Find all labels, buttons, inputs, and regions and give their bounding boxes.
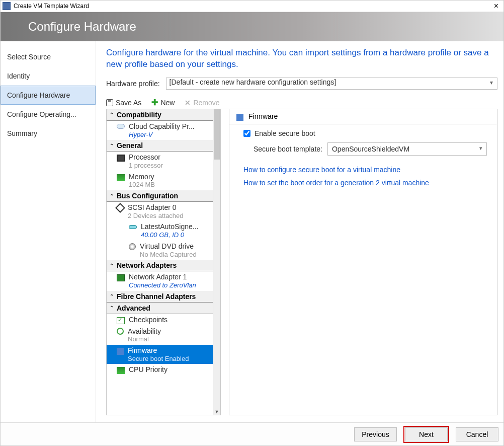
window-title: Create VM Template Wizard (14, 3, 491, 10)
nav-configure-os[interactable]: Configure Operating... (1, 105, 96, 124)
title-bar: Create VM Template Wizard × (1, 1, 503, 12)
chevron-up-icon: ⌃ (110, 143, 114, 148)
tree-group-header[interactable]: ⌃Advanced (107, 303, 213, 314)
tree-item-label: Network Adapter 1 (129, 273, 196, 281)
footer: Previous Next Cancel (1, 422, 503, 445)
main-panel: Configure hardware for the virtual machi… (96, 41, 503, 422)
tree-item-subtext: 40.00 GB, ID 0 (141, 231, 198, 239)
tree-item-subtext: Secure boot Enabled (128, 355, 189, 363)
new-label: New (160, 99, 175, 107)
banner: Configure Hardware (1, 12, 503, 41)
tree-group-header[interactable]: ⌃General (107, 140, 213, 152)
tree-item-label: Cloud Capability Pr... (129, 122, 195, 131)
tree-group-header[interactable]: ⌃Network Adapters (107, 260, 213, 271)
firmware-panel-title: Firmware (229, 109, 497, 124)
tree-item-subtext: 1024 MB (129, 181, 155, 189)
mem-icon (117, 174, 125, 181)
tree-item-subtext: Connected to ZeroVlan (129, 281, 196, 289)
disk-icon (129, 225, 137, 229)
tree-item[interactable]: Memory1024 MB (107, 171, 213, 190)
tree-item[interactable]: CPU Priority (107, 364, 213, 376)
nav-configure-hardware[interactable]: Configure Hardware (1, 86, 96, 105)
firmware-icon (236, 114, 243, 121)
previous-button[interactable]: Previous (354, 427, 397, 441)
tree-item-label: SCSI Adapter 0 (128, 203, 184, 212)
help-boot-order[interactable]: How to set the boot order for a generati… (243, 179, 487, 187)
hardware-profile-row: Hardware profile: [Default - create new … (106, 78, 497, 90)
close-icon[interactable]: × (491, 2, 501, 10)
tree-item-label: Availability (128, 327, 161, 336)
tree-scrollbar[interactable]: ▲ ▼ (213, 109, 220, 415)
tree-group-header[interactable]: ⌃Fibre Channel Adapters (107, 291, 213, 303)
tree-group-label: Network Adapters (117, 261, 177, 269)
next-button[interactable]: Next (405, 427, 448, 441)
hardware-tree[interactable]: ⌃CompatibilityCloud Capability Pr...Hype… (107, 109, 213, 415)
cloud-icon (117, 124, 125, 129)
tree-item-subtext: 2 Devices attached (128, 212, 184, 220)
content-row: ⌃CompatibilityCloud Capability Pr...Hype… (106, 109, 497, 415)
body-area: Select Source Identity Configure Hardwar… (1, 41, 503, 422)
new-button[interactable]: ✚ New (151, 99, 175, 107)
tree-item[interactable]: Network Adapter 1Connected to ZeroVlan (107, 271, 213, 290)
tree-item[interactable]: Processor1 processor (107, 152, 213, 171)
enable-secure-boot-label[interactable]: Enable secure boot (255, 129, 315, 137)
instruction-text: Configure hardware for the virtual machi… (106, 47, 497, 70)
nav-summary[interactable]: Summary (1, 124, 96, 143)
fw-icon (117, 348, 124, 355)
cancel-button[interactable]: Cancel (456, 427, 498, 441)
firmware-title-text: Firmware (248, 112, 278, 120)
firmware-panel-body: Enable secure boot Secure boot template:… (229, 124, 497, 187)
secure-boot-template-dropdown[interactable]: OpenSourceShieldedVM (327, 142, 487, 156)
nav-identity[interactable]: Identity (1, 66, 96, 86)
tree-group-label: Compatibility (117, 111, 161, 119)
check-icon (117, 317, 125, 324)
chevron-up-icon: ⌃ (110, 193, 114, 199)
tree-item-subtext: No Media Captured (140, 251, 197, 259)
chevron-up-icon: ⌃ (110, 112, 114, 117)
enable-secure-boot-checkbox[interactable] (243, 130, 250, 137)
cpu-icon (117, 155, 125, 162)
tree-group-label: General (117, 141, 143, 150)
net-icon (117, 274, 125, 281)
tree-group-label: Bus Configuration (117, 192, 178, 200)
tree-item-subtext: 1 processor (129, 162, 163, 170)
remove-button: ✕ Remove (185, 99, 219, 107)
wizard-window: Create VM Template Wizard × Configure Ha… (0, 0, 504, 446)
tree-item[interactable]: Checkpoints (107, 314, 213, 326)
tree-group-header[interactable]: ⌃Bus Configuration (107, 190, 213, 202)
app-icon (3, 2, 11, 10)
tree-item-label: Virtual DVD drive (140, 242, 197, 251)
tree-item[interactable]: Virtual DVD driveNo Media Captured (107, 241, 213, 260)
tree-item-label: Memory (129, 173, 155, 181)
tree-item[interactable]: SCSI Adapter 02 Devices attached (107, 202, 213, 221)
remove-label: Remove (193, 99, 219, 107)
nav-select-source[interactable]: Select Source (1, 47, 96, 66)
tree-item[interactable]: FirmwareSecure boot Enabled (107, 345, 213, 364)
tree-group-header[interactable]: ⌃Compatibility (107, 109, 213, 121)
tree-item-label: Firmware (128, 346, 189, 355)
tree-item[interactable]: Cloud Capability Pr...Hyper-V (107, 121, 213, 140)
avail-icon (117, 328, 124, 335)
mem-icon (117, 367, 125, 374)
scsi-icon (115, 203, 125, 213)
save-icon (106, 99, 113, 106)
toolbar: Save As ✚ New ✕ Remove (106, 95, 497, 109)
banner-heading: Configure Hardware (28, 20, 136, 34)
tree-group-label: Advanced (117, 304, 150, 312)
chevron-up-icon: ⌃ (110, 263, 114, 268)
scroll-thumb[interactable] (214, 109, 220, 160)
tree-item[interactable]: LatestAutoSigne...40.00 GB, ID 0 (107, 221, 213, 240)
enable-secure-boot-row: Enable secure boot (243, 129, 487, 137)
save-as-button[interactable]: Save As (106, 99, 141, 107)
help-configure-secure-boot[interactable]: How to configure secure boot for a virtu… (243, 166, 487, 174)
secure-boot-template-row: Secure boot template: OpenSourceShielded… (243, 142, 487, 156)
wizard-steps-nav: Select Source Identity Configure Hardwar… (1, 41, 96, 422)
tree-item-label: Processor (129, 153, 163, 162)
hardware-tree-container: ⌃CompatibilityCloud Capability Pr...Hype… (106, 109, 221, 415)
dvd-icon (129, 243, 136, 250)
tree-item[interactable]: AvailabilityNormal (107, 326, 213, 345)
save-as-label: Save As (116, 99, 141, 107)
hardware-profile-dropdown[interactable]: [Default - create new hardware configura… (166, 78, 497, 90)
tree-item-label: CPU Priority (129, 365, 167, 374)
scroll-down-arrow-icon[interactable]: ▼ (213, 409, 220, 414)
